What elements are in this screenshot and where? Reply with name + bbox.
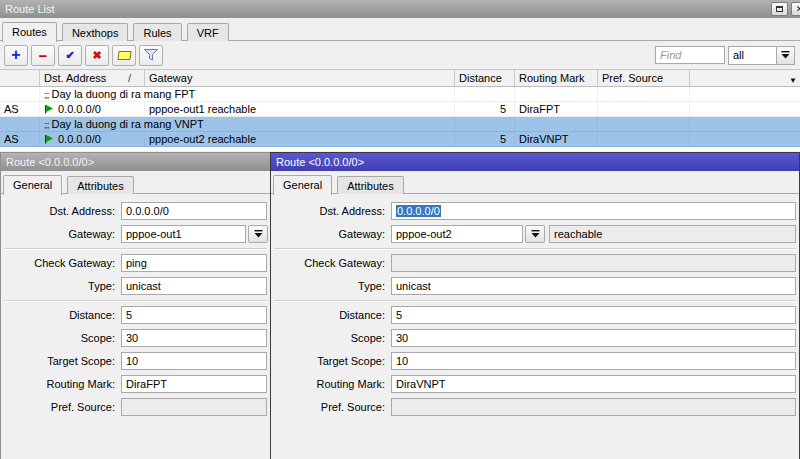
window-title: Route List	[5, 3, 55, 15]
gateway-label: Gateway:	[4, 228, 121, 240]
scope-input[interactable]: 30	[121, 329, 267, 347]
row-flags-cell	[0, 117, 40, 131]
enable-icon: ✔	[65, 49, 74, 62]
maximize-button[interactable]	[771, 2, 788, 16]
disable-button[interactable]: ✖	[85, 45, 109, 66]
row-pref-source-cell	[598, 87, 690, 101]
gateway-status: reachable	[549, 225, 796, 243]
gateway-label: Gateway:	[274, 228, 391, 240]
row-extra-cell	[690, 117, 800, 131]
screen: Route List ✕ Routes Nexthops Rules VRF +…	[0, 0, 800, 459]
distance-label: Distance:	[274, 309, 391, 321]
distance-label: Distance:	[4, 309, 121, 321]
gateway-dropdown-button[interactable]	[525, 225, 545, 243]
header-distance[interactable]: Distance	[455, 70, 515, 86]
find-input[interactable]	[655, 46, 725, 64]
row-flags-cell: AS	[0, 132, 40, 146]
dialog-title: Route <0.0.0.0/0>	[276, 156, 364, 168]
row-gateway-cell: pppoe-out1 reachable	[145, 102, 455, 116]
target-scope-label: Target Scope:	[274, 355, 391, 367]
row-routing-mark-cell: DiraVNPT	[515, 132, 598, 146]
gateway-input[interactable]: pppoe-out1	[121, 225, 246, 243]
row-extra-cell	[690, 102, 800, 116]
filter-dropdown[interactable]: all	[728, 46, 795, 65]
header-flags[interactable]	[0, 70, 40, 86]
route-list-toolbar: + − ✔ ✖ all	[0, 41, 800, 69]
table-row-route[interactable]: AS 0.0.0.0/0 pppoe-out1 reachable 5 Dira…	[0, 102, 800, 117]
disable-icon: ✖	[92, 49, 101, 62]
separator	[274, 248, 796, 250]
gateway-input[interactable]: pppoe-out2	[391, 225, 523, 243]
header-gateway[interactable]: Gateway	[145, 70, 455, 86]
pref-source-input	[391, 398, 796, 416]
comment-button[interactable]	[112, 45, 136, 66]
tab-nexthops[interactable]: Nexthops	[62, 23, 128, 41]
row-extra-cell	[690, 132, 800, 146]
route-dialog-fpt: Route <0.0.0.0/0> General Attributes Dst…	[0, 152, 271, 459]
dst-address-input[interactable]: 0.0.0.0/0	[121, 202, 267, 220]
maximize-icon	[776, 6, 783, 12]
row-dst-value: 0.0.0.0/0	[58, 103, 101, 115]
dialog-titlebar: Route <0.0.0.0/0>	[1, 153, 270, 171]
check-gateway-label: Check Gateway:	[274, 257, 391, 269]
dialog-content: Dst. Address: 0.0.0.0/0 Gateway: pppoe-o…	[271, 194, 799, 416]
row-distance-cell	[455, 117, 515, 131]
header-routing-mark[interactable]: Routing Mark	[515, 70, 598, 86]
tab-vrf[interactable]: VRF	[187, 23, 229, 41]
pref-source-label: Pref. Source:	[274, 401, 391, 413]
dialog-content: Dst. Address: 0.0.0.0/0 Gateway: pppoe-o…	[1, 194, 270, 416]
route-list-window: Route List ✕ Routes Nexthops Rules VRF +…	[0, 0, 800, 155]
tab-general[interactable]: General	[273, 175, 332, 195]
enable-button[interactable]: ✔	[58, 45, 82, 66]
header-pref-source[interactable]: Pref. Source	[598, 70, 690, 86]
add-button[interactable]: +	[4, 45, 28, 66]
check-gateway-label: Check Gateway:	[4, 257, 121, 269]
route-list-tabs: Routes Nexthops Rules VRF	[0, 18, 800, 41]
target-scope-input[interactable]: 10	[391, 352, 796, 370]
check-gateway-input[interactable]: ping	[121, 254, 267, 272]
pref-source-input	[121, 398, 267, 416]
column-menu-icon[interactable]: ▼	[789, 73, 797, 89]
row-routing-mark-cell	[515, 117, 598, 131]
dialog-tabs: General Attributes	[1, 171, 270, 194]
dst-address-input[interactable]: 0.0.0.0/0	[391, 202, 796, 220]
scope-label: Scope:	[274, 332, 391, 344]
close-button[interactable]: ✕	[791, 2, 800, 16]
sort-indicator: /	[128, 70, 144, 86]
table-row-comment[interactable]: ;;;Day la duong di ra mang FPT	[0, 87, 800, 102]
tab-attributes[interactable]: Attributes	[67, 176, 133, 194]
routing-mark-input[interactable]: DiraFPT	[121, 375, 267, 393]
distance-input[interactable]: 5	[391, 306, 796, 324]
scope-input[interactable]: 30	[391, 329, 796, 347]
table-row-comment[interactable]: ;;;Day la duong di ra mang VNPT	[0, 117, 800, 132]
tab-general[interactable]: General	[3, 175, 62, 195]
tab-attributes[interactable]: Attributes	[337, 176, 403, 194]
table-row-route[interactable]: AS 0.0.0.0/0 pppoe-out2 reachable 5 Dira…	[0, 132, 800, 147]
route-table: Dst. Address / Gateway Distance Routing …	[0, 69, 800, 151]
selected-text: 0.0.0.0/0	[396, 205, 441, 217]
dst-address-label: Dst. Address:	[4, 205, 121, 217]
row-gateway-cell: pppoe-out2 reachable	[145, 132, 455, 146]
comment-text: Day la duong di ra mang VNPT	[52, 118, 204, 130]
row-dst-value: 0.0.0.0/0	[58, 133, 101, 145]
gateway-dropdown-button[interactable]	[248, 225, 268, 243]
routing-mark-input[interactable]: DiraVNPT	[391, 375, 796, 393]
row-dst-cell: 0.0.0.0/0	[40, 132, 145, 146]
window-controls: ✕	[771, 2, 800, 16]
tab-routes[interactable]: Routes	[2, 22, 57, 42]
row-pref-source-cell	[598, 132, 690, 146]
row-routing-mark-cell: DiraFPT	[515, 102, 598, 116]
target-scope-input[interactable]: 10	[121, 352, 267, 370]
type-label: Type:	[274, 280, 391, 292]
tab-rules[interactable]: Rules	[133, 23, 181, 41]
distance-input[interactable]: 5	[121, 306, 267, 324]
type-input[interactable]: unicast	[391, 277, 796, 295]
filter-dropdown-value: all	[733, 49, 744, 61]
row-extra-cell	[690, 87, 800, 101]
header-dst-address[interactable]: Dst. Address /	[40, 70, 145, 86]
type-input[interactable]: unicast	[121, 277, 267, 295]
remove-button[interactable]: −	[31, 45, 55, 66]
dialog-tabs: General Attributes	[271, 171, 799, 194]
routing-mark-label: Routing Mark:	[4, 378, 121, 390]
filter-button[interactable]	[139, 45, 163, 66]
